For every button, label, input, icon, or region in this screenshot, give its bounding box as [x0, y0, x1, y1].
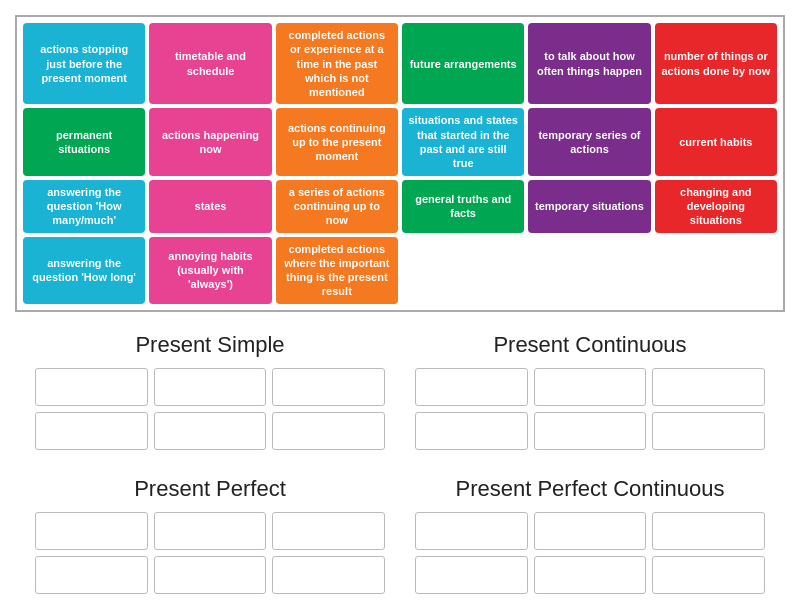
category-present-continuous: Present Continuous	[415, 332, 765, 456]
drop-box-present-perfect-continuous-r1-c1[interactable]	[534, 556, 647, 594]
category-present-perfect: Present Perfect	[35, 476, 385, 600]
tile-t9[interactable]: actions continuing up to the present mom…	[276, 108, 398, 175]
drop-grid-present-simple-row1	[35, 412, 385, 450]
tile-t3[interactable]: completed actions or experience at a tim…	[276, 23, 398, 104]
tile-t19[interactable]: answering the question 'How long'	[23, 237, 145, 304]
main-container: actions stopping just before the present…	[0, 0, 800, 600]
tile-t20[interactable]: annoying habits (usually with 'always')	[149, 237, 271, 304]
drop-box-present-continuous-r0-c1[interactable]	[534, 368, 647, 406]
tile-t16[interactable]: general truths and facts	[402, 180, 524, 233]
category-title-present-continuous: Present Continuous	[415, 332, 765, 358]
tile-t1[interactable]: actions stopping just before the present…	[23, 23, 145, 104]
drop-box-present-perfect-r0-c2[interactable]	[272, 512, 385, 550]
category-title-present-simple: Present Simple	[35, 332, 385, 358]
tile-t8[interactable]: actions happening now	[149, 108, 271, 175]
drop-box-present-continuous-r0-c0[interactable]	[415, 368, 528, 406]
drop-box-present-perfect-continuous-r1-c2[interactable]	[652, 556, 765, 594]
drop-box-present-simple-r0-c0[interactable]	[35, 368, 148, 406]
drop-box-present-perfect-r0-c1[interactable]	[154, 512, 267, 550]
category-title-present-perfect-continuous: Present Perfect Continuous	[415, 476, 765, 502]
drop-box-present-simple-r1-c1[interactable]	[154, 412, 267, 450]
tile-t12[interactable]: current habits	[655, 108, 777, 175]
tile-t18[interactable]: changing and developing situations	[655, 180, 777, 233]
tile-t5[interactable]: to talk about how often things happen	[528, 23, 650, 104]
tile-t17[interactable]: temporary situations	[528, 180, 650, 233]
drop-box-present-simple-r0-c1[interactable]	[154, 368, 267, 406]
drop-grid-present-continuous-row1	[415, 412, 765, 450]
drop-grid-present-continuous-row0	[415, 368, 765, 406]
drop-box-present-continuous-r1-c0[interactable]	[415, 412, 528, 450]
drop-box-present-simple-r0-c2[interactable]	[272, 368, 385, 406]
category-present-simple: Present Simple	[35, 332, 385, 456]
drop-box-present-perfect-r1-c0[interactable]	[35, 556, 148, 594]
categories-container: Present SimplePresent ContinuousPresent …	[15, 332, 785, 600]
word-bank: actions stopping just before the present…	[15, 15, 785, 312]
drop-box-present-simple-r1-c2[interactable]	[272, 412, 385, 450]
drop-box-present-continuous-r1-c1[interactable]	[534, 412, 647, 450]
tile-t13[interactable]: answering the question 'How many/much'	[23, 180, 145, 233]
tile-t7[interactable]: permanent situations	[23, 108, 145, 175]
tile-t15[interactable]: a series of actions continuing up to now	[276, 180, 398, 233]
drop-box-present-perfect-continuous-r0-c2[interactable]	[652, 512, 765, 550]
drop-box-present-perfect-continuous-r0-c0[interactable]	[415, 512, 528, 550]
drop-box-present-perfect-r1-c2[interactable]	[272, 556, 385, 594]
drop-box-present-continuous-r0-c2[interactable]	[652, 368, 765, 406]
tile-t10[interactable]: situations and states that started in th…	[402, 108, 524, 175]
drop-box-present-perfect-r1-c1[interactable]	[154, 556, 267, 594]
tile-t4[interactable]: future arrangements	[402, 23, 524, 104]
tile-t14[interactable]: states	[149, 180, 271, 233]
drop-box-present-simple-r1-c0[interactable]	[35, 412, 148, 450]
category-present-perfect-continuous: Present Perfect Continuous	[415, 476, 765, 600]
drop-grid-present-perfect-row0	[35, 512, 385, 550]
tile-t2[interactable]: timetable and schedule	[149, 23, 271, 104]
drop-grid-present-perfect-continuous-row1	[415, 556, 765, 594]
drop-grid-present-perfect-continuous-row0	[415, 512, 765, 550]
tile-t6[interactable]: number of things or actions done by now	[655, 23, 777, 104]
drop-box-present-continuous-r1-c2[interactable]	[652, 412, 765, 450]
drop-box-present-perfect-r0-c0[interactable]	[35, 512, 148, 550]
tile-t21[interactable]: completed actions where the important th…	[276, 237, 398, 304]
drop-box-present-perfect-continuous-r0-c1[interactable]	[534, 512, 647, 550]
tile-t11[interactable]: temporary series of actions	[528, 108, 650, 175]
category-title-present-perfect: Present Perfect	[35, 476, 385, 502]
drop-grid-present-perfect-row1	[35, 556, 385, 594]
drop-grid-present-simple-row0	[35, 368, 385, 406]
drop-box-present-perfect-continuous-r1-c0[interactable]	[415, 556, 528, 594]
